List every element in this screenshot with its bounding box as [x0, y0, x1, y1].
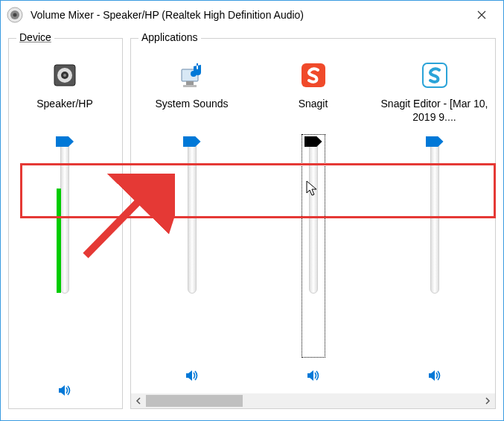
system-sounds-icon[interactable] — [176, 54, 208, 97]
svg-point-6 — [63, 74, 66, 77]
app-volume-slider[interactable] — [188, 128, 197, 361]
scrollbar-track[interactable] — [146, 393, 480, 408]
titlebar: Volume Mixer - Speaker/HP (Realtek High … — [1, 1, 503, 29]
scroll-left-button[interactable] — [131, 393, 146, 408]
app-volume-slider[interactable] — [309, 128, 318, 361]
speaker-device-icon[interactable] — [50, 54, 80, 97]
snagit-editor-icon[interactable] — [420, 54, 450, 97]
app-column-snagit: Snagit — [252, 54, 374, 393]
volume-mixer-window: Volume Mixer - Speaker/HP (Realtek High … — [0, 0, 504, 421]
scrollbar-thumb[interactable] — [146, 395, 243, 407]
scroll-right-button[interactable] — [480, 393, 495, 408]
app-column-system-sounds: System Sounds — [131, 54, 252, 393]
app-label: Snagit — [294, 97, 333, 124]
slider-thumb[interactable] — [183, 136, 201, 147]
close-button[interactable] — [465, 3, 499, 27]
speaker-on-icon — [305, 367, 322, 384]
device-group-label: Device — [16, 31, 54, 43]
app-mute-button[interactable] — [184, 361, 200, 390]
device-label: Speaker/HP — [32, 97, 97, 124]
svg-rect-8 — [186, 81, 194, 85]
speaker-on-icon — [427, 367, 443, 384]
app-mute-button[interactable] — [305, 361, 322, 390]
device-group: Device Speaker/HP — [8, 38, 123, 409]
app-mute-button[interactable] — [427, 361, 443, 390]
svg-rect-9 — [183, 85, 197, 87]
snagit-icon[interactable] — [299, 54, 328, 97]
applications-group-label: Applications — [138, 31, 201, 43]
slider-thumb[interactable] — [56, 136, 74, 147]
content-area: Device Speaker/HP — [8, 38, 496, 409]
horizontal-scrollbar[interactable] — [131, 393, 495, 408]
speaker-on-icon — [184, 367, 200, 384]
applications-group: Applications System Sounds — [130, 38, 496, 409]
app-volume-slider[interactable] — [430, 128, 439, 361]
speaker-on-icon — [57, 382, 73, 399]
app-label: System Sounds — [150, 97, 232, 124]
window-title: Volume Mixer - Speaker/HP (Realtek High … — [31, 9, 465, 21]
app-column-snagit-editor: Snagit Editor - [Mar 10, 2019 9.... — [374, 54, 495, 393]
speaker-app-icon — [7, 7, 23, 23]
app-label: Snagit Editor - [Mar 10, 2019 9.... — [374, 97, 495, 124]
device-volume-slider[interactable] — [60, 128, 69, 376]
svg-point-2 — [13, 13, 17, 17]
slider-thumb[interactable] — [426, 136, 444, 147]
device-column: Speaker/HP — [9, 54, 121, 408]
device-mute-button[interactable] — [57, 376, 73, 405]
